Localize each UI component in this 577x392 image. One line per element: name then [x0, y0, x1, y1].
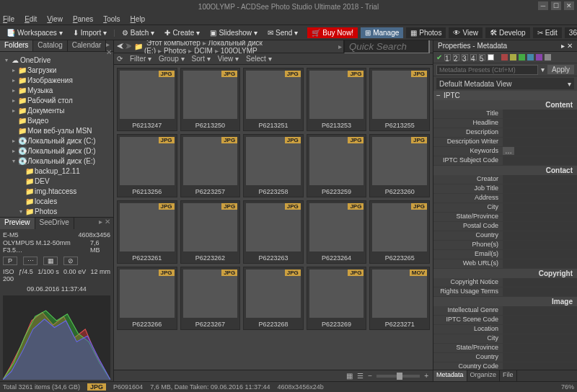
metadata-field[interactable]: Headline: [433, 119, 577, 128]
tab-organize[interactable]: Organize: [467, 370, 501, 381]
thumbnail-grid[interactable]: JPGP6213247JPGP6213250JPGP6213251JPGP621…: [114, 65, 433, 370]
metadata-field[interactable]: City: [433, 334, 577, 344]
mode-365[interactable]: 365: [565, 27, 577, 38]
view-list-icon[interactable]: ☰: [357, 372, 364, 380]
tree-item[interactable]: ▸📁Загрузки: [0, 65, 113, 75]
thumbnail[interactable]: MOVP6223271: [369, 267, 430, 330]
mode-photos[interactable]: ▦ Photos: [406, 27, 446, 38]
thumbnail[interactable]: JPGP6223266: [117, 267, 177, 330]
metadata-field[interactable]: Location: [433, 325, 577, 334]
menu-view[interactable]: View: [47, 15, 63, 23]
tree-item[interactable]: ▸📁Документы: [0, 105, 113, 115]
tree-onedrive[interactable]: OneDrive: [20, 56, 50, 64]
thumbnail[interactable]: JPGP6213253: [307, 68, 367, 131]
nav-back-icon[interactable]: ⮜: [117, 43, 124, 50]
tree-item[interactable]: ▸💽Локальный диск (C:): [0, 135, 113, 146]
mode-develop[interactable]: 🛠 Develop: [485, 27, 530, 38]
quick-search-input[interactable]: [343, 40, 430, 54]
metadata-field[interactable]: Description: [433, 128, 577, 138]
rating-bar[interactable]: ✔ 12345: [433, 52, 577, 63]
tree-item[interactable]: 📁DEV: [0, 176, 113, 186]
slideshow-button[interactable]: ▣ Slideshow ▾: [206, 28, 261, 37]
metadata-field[interactable]: City: [433, 203, 577, 213]
zoom-in-icon[interactable]: +: [424, 372, 428, 380]
apply-button[interactable]: Apply: [547, 65, 574, 74]
tab-metadata[interactable]: Metadata: [433, 370, 467, 381]
thumbnail[interactable]: JPGP6223269: [307, 267, 367, 330]
metadata-field[interactable]: Keywords…: [433, 147, 577, 156]
menu-file[interactable]: File: [3, 15, 14, 23]
thumbnail[interactable]: JPGP6223257: [180, 134, 241, 197]
thumbnail[interactable]: JPGP6223258: [243, 134, 304, 197]
nav-fwd-icon[interactable]: ⮞: [125, 43, 133, 50]
preset-menu-icon[interactable]: ▾: [541, 66, 545, 74]
tree-item[interactable]: ▾📁Photos: [0, 206, 113, 216]
thumbnail[interactable]: JPGP6213256: [117, 134, 177, 197]
tab-folders[interactable]: Folders: [0, 40, 33, 51]
sort-menu[interactable]: Sort ▾: [192, 55, 211, 63]
thumbnail[interactable]: JPGP6223261: [117, 200, 177, 264]
menu-panes[interactable]: Panes: [73, 15, 93, 23]
menu-edit[interactable]: Edit: [25, 15, 37, 23]
thumbnail[interactable]: JPGP6223264: [307, 200, 367, 264]
thumbnail[interactable]: JPGP6223259: [307, 134, 367, 197]
thumb-size-slider[interactable]: [376, 375, 420, 378]
zoom-out-icon[interactable]: −: [368, 372, 372, 380]
batch-button[interactable]: ⚙ Batch ▾: [118, 28, 159, 37]
thumbnail[interactable]: JPGP6223260: [369, 134, 430, 197]
metadata-field[interactable]: IPTC Scene Code: [433, 316, 577, 325]
metadata-field[interactable]: State/Province: [433, 213, 577, 222]
tree-item[interactable]: 📁locales: [0, 196, 113, 206]
thumbnail[interactable]: JPGP6213250: [180, 68, 241, 131]
select-menu[interactable]: Select ▾: [246, 55, 272, 63]
metadata-preset-input[interactable]: [436, 65, 538, 75]
tree-item[interactable]: 📁img.htaccess: [0, 186, 113, 196]
tree-item[interactable]: ▸📁Изображения: [0, 75, 113, 85]
metadata-field[interactable]: Web URL(s): [433, 259, 577, 269]
maximize-button[interactable]: ☐: [551, 1, 561, 10]
menu-help[interactable]: Help: [131, 15, 146, 23]
mode-view[interactable]: 👁 View: [449, 27, 483, 38]
tab-file[interactable]: File: [500, 370, 517, 381]
thumbnail[interactable]: JPGP6213251: [243, 68, 304, 131]
tab-catalog[interactable]: Catalog: [33, 40, 67, 51]
view-mode-icon[interactable]: ▦: [346, 372, 353, 380]
properties-close-icon[interactable]: ▸ ✕: [561, 42, 573, 50]
tab-preview[interactable]: Preview: [0, 218, 35, 229]
mode-edit[interactable]: ✂ Edit: [533, 27, 562, 38]
group-menu[interactable]: Group ▾: [159, 55, 185, 63]
menu-tools[interactable]: Tools: [103, 15, 120, 23]
tree-item[interactable]: ▸💽Локальный диск (D:): [0, 146, 113, 156]
metadata-field[interactable]: Postal Code: [433, 222, 577, 231]
tree-item[interactable]: ▸📁Рабочий стол: [0, 95, 113, 105]
metadata-field[interactable]: Rights Usage Terms: [433, 288, 577, 297]
workspaces-button[interactable]: 📑 Workspaces ▾: [3, 28, 66, 37]
thumbnail[interactable]: JPGP6223268: [243, 267, 304, 330]
metadata-field[interactable]: Email(s): [433, 250, 577, 259]
metadata-field[interactable]: Country: [433, 353, 577, 362]
metadata-field[interactable]: Title: [433, 110, 577, 119]
metadata-field[interactable]: IPTC Subject Code: [433, 156, 577, 166]
tree-item[interactable]: ▾💽Локальный диск (E:): [0, 156, 113, 166]
import-button[interactable]: ⬇ Import ▾: [69, 28, 110, 37]
thumbnail[interactable]: JPGP6223267: [180, 267, 241, 330]
thumbnail[interactable]: JPGP6223262: [180, 200, 241, 264]
tree-item[interactable]: 📁backup_12.11: [0, 166, 113, 176]
view-menu[interactable]: View ▾: [218, 55, 239, 63]
tree-item[interactable]: 📁Мои веб-узлы MSN: [0, 125, 113, 135]
tree-item[interactable]: ▸📁Музыка: [0, 85, 113, 95]
breadcrumb-item[interactable]: Этот компьютер: [144, 40, 203, 47]
metadata-field[interactable]: Description Writer: [433, 138, 577, 147]
metadata-field[interactable]: Copyright Notice: [433, 278, 577, 288]
mode-manage[interactable]: ⊞ Manage: [361, 27, 403, 38]
thumbnail[interactable]: JPGP6223265: [369, 200, 430, 264]
close-button[interactable]: ✕: [564, 1, 574, 10]
send-button[interactable]: ✉ Send ▾: [264, 28, 301, 37]
refresh-icon[interactable]: ⟳: [117, 55, 123, 63]
thumbnail[interactable]: JPGP6213255: [369, 68, 430, 131]
preview-close-icon[interactable]: ▸ ✕: [99, 218, 113, 229]
thumbnail[interactable]: JPGP6213247: [117, 68, 177, 131]
metadata-field[interactable]: State/Province: [433, 344, 577, 353]
filter-menu[interactable]: Filter ▾: [130, 55, 151, 63]
metadata-field[interactable]: Country Code: [433, 362, 577, 370]
